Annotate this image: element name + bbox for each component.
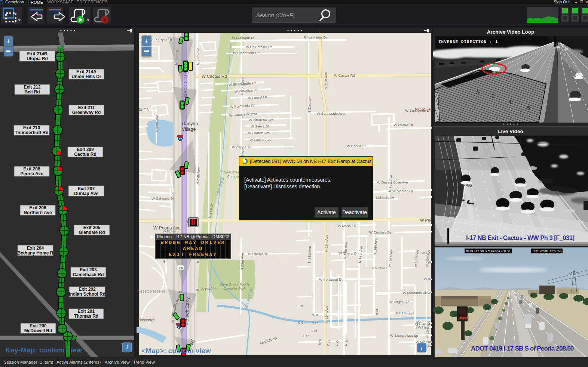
svg-text:W Larkspur Dr: W Larkspur Dr xyxy=(304,35,327,39)
svg-text:Exit 202: Exit 202 xyxy=(79,287,96,292)
svg-text:W Carol Ave: W Carol Ave xyxy=(395,311,414,315)
svg-text:1: 1 xyxy=(465,78,468,84)
svg-text:N 23rd Ave: N 23rd Ave xyxy=(240,253,245,271)
svg-text:W Bloomfield Rd: W Bloomfield Rd xyxy=(233,51,260,55)
svg-text:Thunderbird Rd: Thunderbird Rd xyxy=(15,130,49,135)
svg-text:Archive Video Loop: Archive Video Loop xyxy=(487,29,535,35)
svg-text:2: 2 xyxy=(491,93,494,99)
svg-text:Exit 204: Exit 204 xyxy=(27,246,44,251)
svg-text:Cactus Rd: Cactus Rd xyxy=(74,152,96,157)
svg-text:ADOT 0419 I-17 SB S of Peoria: ADOT 0419 I-17 SB S of Peoria 208.50 xyxy=(471,345,574,352)
svg-text:W Cortez St: W Cortez St xyxy=(394,123,413,127)
svg-text:Exit 206: Exit 206 xyxy=(29,205,46,210)
svg-text:Exit 214B: Exit 214B xyxy=(27,51,47,56)
svg-text:208: 208 xyxy=(177,266,183,270)
svg-text:Key-Map: custom view: Key-Map: custom view xyxy=(5,346,82,354)
svg-text:N 19th Ave: N 19th Ave xyxy=(324,235,328,252)
svg-text:Union Hills Dr: Union Hills Dr xyxy=(71,74,101,79)
svg-text:Exit 210: Exit 210 xyxy=(23,125,40,130)
svg-text:F St: F St xyxy=(303,334,309,338)
svg-text:NORTH: NORTH xyxy=(415,107,432,111)
svg-text:Exit 208: Exit 208 xyxy=(23,166,40,172)
svg-text:Dunlap Ave: Dunlap Ave xyxy=(74,191,98,196)
svg-text:Glendale Rd: Glendale Rd xyxy=(79,230,105,235)
svg-text:IRONWO: IRONWO xyxy=(372,266,387,270)
svg-text:W Peo: W Peo xyxy=(420,218,432,222)
svg-text:Indian School Rd: Indian School Rd xyxy=(69,292,105,297)
svg-text:W Vogel Ave: W Vogel Ave xyxy=(389,300,410,304)
svg-text:<Map>: custom view: <Map>: custom view xyxy=(141,347,211,355)
svg-text:N 25th Ave: N 25th Ave xyxy=(196,48,200,65)
svg-text:W Cactus Rd: W Cactus Rd xyxy=(202,74,227,78)
svg-text:Sahuaro Dr: Sahuaro Dr xyxy=(376,195,394,200)
svg-text:+: + xyxy=(6,37,10,44)
svg-text:N St: N St xyxy=(312,313,318,317)
svg-text:Utopia Rd: Utopia Rd xyxy=(27,56,48,61)
svg-text:M St: M St xyxy=(312,321,318,325)
svg-text:Thomas Rd: Thomas Rd xyxy=(74,314,98,319)
svg-text:W Columbine Dr: W Columbine Dr xyxy=(246,45,272,49)
svg-text:W Lupine Ave: W Lupine Ave xyxy=(249,138,271,142)
svg-text:W Sahuaro Dr: W Sahuaro Dr xyxy=(151,196,174,200)
svg-text:Exit 212: Exit 212 xyxy=(24,84,41,90)
svg-text:N 29th Ave: N 29th Ave xyxy=(155,115,159,132)
svg-text:Cave Creek Sports: Cave Creek Sports xyxy=(220,282,250,286)
svg-text:0419 I-17 SB S of Peoria 208.5: 0419 I-17 SB S of Peoria 208.50 xyxy=(466,250,510,253)
svg-text:C St: C St xyxy=(298,321,304,324)
svg-text:3: 3 xyxy=(476,90,479,96)
svg-text:LONGHORN: LONGHORN xyxy=(459,317,469,319)
svg-text:INVERSE DIRECTION : 1: INVERSE DIRECTION : 1 xyxy=(438,40,498,44)
svg-text:W North: W North xyxy=(163,229,176,233)
svg-text:Camelback Rd: Camelback Rd xyxy=(73,272,104,277)
svg-text:Village: Village xyxy=(182,127,196,132)
svg-text:I-17 NB Exit - Cactus - WW Ph: I-17 NB Exit - Cactus - WW Ph 3 [F_031] xyxy=(466,234,574,241)
svg-text:17: 17 xyxy=(179,138,182,141)
svg-text:N 21st Ave: N 21st Ave xyxy=(324,72,328,89)
svg-text:Exit 207: Exit 207 xyxy=(78,186,95,191)
svg-text:N St: N St xyxy=(375,309,379,316)
svg-text:etrocenter: etrocenter xyxy=(138,318,155,322)
svg-text:N 21st Ave: N 21st Ave xyxy=(307,246,312,263)
svg-text:E St: E St xyxy=(297,304,303,308)
svg-text:W Sierra St: W Sierra St xyxy=(251,124,269,128)
svg-text:N 26th Dr: N 26th Dr xyxy=(174,50,179,65)
svg-text:W Ironwood Dr: W Ironwood Dr xyxy=(424,277,432,281)
svg-text:W Larkspur Dr: W Larkspur Dr xyxy=(232,36,255,40)
svg-text:W Mercer Ln: W Mercer Ln xyxy=(392,189,413,193)
svg-text:AKES: AKES xyxy=(138,108,149,112)
svg-text:4: 4 xyxy=(508,99,511,105)
svg-text:+: + xyxy=(145,37,148,44)
svg-text:Exit 205: Exit 205 xyxy=(83,225,101,230)
svg-text:5: 5 xyxy=(527,105,530,111)
svg-text:Canyon: Canyon xyxy=(182,121,198,126)
svg-text:W Altadena Ave: W Altadena Ave xyxy=(249,118,274,122)
svg-text:Exit 214A: Exit 214A xyxy=(76,69,97,74)
svg-text:L St: L St xyxy=(312,329,317,333)
svg-text:Bell Rd: Bell Rd xyxy=(24,89,40,95)
svg-text:Live Video: Live Video xyxy=(498,129,523,134)
svg-text:Exit 211: Exit 211 xyxy=(78,105,95,110)
svg-text:05/10/2018 12:50:55: 05/10/2018 12:50:55 xyxy=(533,250,562,253)
svg-text:17: 17 xyxy=(178,325,181,329)
svg-text:W Cactus Rd: W Cactus Rd xyxy=(334,73,355,77)
svg-text:W Cochise Dr: W Cochise Dr xyxy=(369,230,391,234)
svg-text:N 19th Ave: N 19th Ave xyxy=(324,306,328,323)
svg-text:Complex Park: Complex Park xyxy=(223,286,246,290)
svg-text:W Cheryl Dr: W Cheryl Dr xyxy=(248,252,267,256)
svg-text:Bethany Home R: Bethany Home R xyxy=(17,250,53,256)
svg-text:Northern Ave: Northern Ave xyxy=(24,210,52,215)
svg-text:N 23rd Ave: N 23rd Ave xyxy=(240,77,245,95)
svg-text:Exit 201: Exit 201 xyxy=(78,309,95,314)
svg-text:McDowell Rd: McDowell Rd xyxy=(24,328,52,333)
svg-text:W Ironwood Dr: W Ironwood Dr xyxy=(319,277,343,281)
svg-text:W Cheryl Dr: W Cheryl Dr xyxy=(339,251,358,255)
svg-text:N 21st Ave: N 21st Ave xyxy=(307,96,312,114)
svg-text:W Sunnyside Ave: W Sunnyside Ave xyxy=(317,111,344,115)
svg-text:W Cholla St: W Cholla St xyxy=(347,144,366,148)
svg-text:Peoria Ave: Peoria Ave xyxy=(20,171,43,176)
svg-text:W North Ln: W North Ln xyxy=(338,224,356,228)
svg-text:Greenway Rd: Greenway Rd xyxy=(72,110,101,115)
svg-text:W Larkspur Dr: W Larkspur Dr xyxy=(149,38,172,42)
svg-text:W Mountain View Rd: W Mountain View Rd xyxy=(403,291,432,295)
svg-text:TROCENTER: TROCENTER xyxy=(137,289,165,294)
